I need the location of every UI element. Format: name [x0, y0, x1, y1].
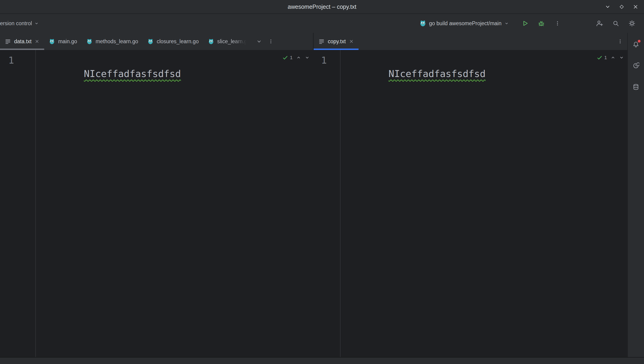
- more-actions-button[interactable]: [552, 17, 564, 29]
- ellipsis-vertical-icon: [555, 20, 560, 26]
- right-editor[interactable]: 1 NIceffadfasfsdfsd 1: [314, 50, 627, 357]
- tab-label: data.txt: [14, 38, 32, 45]
- chevron-down-icon: [34, 21, 39, 26]
- inspection-count: 1: [290, 55, 292, 60]
- diamond-icon: [619, 4, 624, 10]
- left-editor-gutter: 1: [0, 50, 36, 357]
- next-problem-button[interactable]: [305, 55, 310, 60]
- next-problem-button[interactable]: [619, 55, 624, 60]
- left-inspections-widget[interactable]: 1: [282, 54, 310, 60]
- right-editor-pane: copy.txt 1 NIceffadfasfsdfsd: [314, 33, 627, 357]
- go-file-icon: [208, 38, 214, 45]
- go-file-icon: [49, 38, 55, 45]
- tab-label: closures_learn.go: [156, 38, 199, 45]
- run-configuration-label: go build awesomeProject/main: [429, 20, 502, 26]
- settings-button[interactable]: [626, 17, 638, 29]
- search-everywhere-button[interactable]: [610, 17, 622, 29]
- code-line: NIceffadfasfsdfsd: [388, 68, 486, 79]
- right-editor-gutter: 1: [314, 50, 340, 357]
- add-user-icon: [596, 20, 603, 27]
- tab-main-go[interactable]: main.go: [44, 33, 82, 50]
- maximize-button[interactable]: [618, 3, 626, 11]
- notifications-button[interactable]: [631, 39, 641, 50]
- ai-assistant-button[interactable]: [631, 60, 641, 71]
- left-tab-bar: data.txt main.go methods_learn.go: [0, 33, 313, 50]
- right-editor-code-area[interactable]: NIceffadfasfsdfsd: [340, 50, 627, 357]
- tab-label: main.go: [58, 38, 77, 45]
- right-tool-stripe: [627, 33, 644, 357]
- show-hidden-tabs-button[interactable]: [256, 38, 262, 44]
- inspection-count: 1: [604, 55, 607, 60]
- tab-label: copy.txt: [328, 38, 346, 45]
- chevron-down-icon: [504, 21, 509, 26]
- tab-methods-learn-go[interactable]: methods_learn.go: [82, 33, 143, 50]
- tab-overflow-controls: [252, 33, 278, 50]
- right-tab-controls: [613, 33, 627, 50]
- run-play-icon: [522, 20, 528, 27]
- right-inspections-widget[interactable]: 1: [596, 54, 624, 60]
- window-controls: [604, 0, 639, 14]
- database-icon: [632, 84, 639, 90]
- debug-button[interactable]: [535, 17, 547, 29]
- close-tab-icon[interactable]: [34, 39, 40, 44]
- tab-slice-learn-go[interactable]: slice_learn.g: [203, 33, 252, 50]
- editor-split-area: data.txt main.go methods_learn.go: [0, 33, 644, 357]
- previous-problem-button[interactable]: [610, 55, 616, 60]
- main-toolbar: ersion control go build awesomeProject/m…: [0, 14, 644, 33]
- window-title: awesomeProject – copy.txt: [288, 4, 356, 10]
- tab-data-txt[interactable]: data.txt: [0, 33, 44, 50]
- ai-assistant-icon: [632, 62, 639, 69]
- tab-options-button[interactable]: [618, 39, 623, 44]
- chevron-down-icon: [605, 4, 611, 10]
- notification-badge: [638, 40, 640, 42]
- database-button[interactable]: [631, 82, 641, 92]
- tab-label: methods_learn.go: [96, 38, 138, 45]
- text-file-icon: [5, 38, 11, 45]
- tab-copy-txt[interactable]: copy.txt: [314, 33, 358, 50]
- minimize-button[interactable]: [604, 3, 612, 11]
- line-number: 1: [321, 55, 327, 66]
- text-file-icon: [318, 38, 325, 45]
- inspection-ok-check-icon: [282, 54, 288, 60]
- search-icon: [612, 20, 619, 27]
- inspection-ok-check-icon: [596, 54, 602, 60]
- right-tab-bar: copy.txt: [314, 33, 627, 50]
- tab-closures-learn-go[interactable]: closures_learn.go: [143, 33, 203, 50]
- go-file-icon: [86, 38, 92, 45]
- close-icon: [633, 4, 638, 10]
- go-gopher-icon: [420, 20, 426, 27]
- titlebar: awesomeProject – copy.txt: [0, 0, 644, 14]
- run-configuration-selector[interactable]: go build awesomeProject/main: [417, 18, 511, 29]
- close-tab-icon[interactable]: [349, 39, 354, 44]
- code-with-me-button[interactable]: [594, 17, 606, 29]
- line-number: 1: [8, 55, 14, 66]
- close-window-button[interactable]: [632, 3, 639, 11]
- version-control-widget[interactable]: ersion control: [0, 20, 42, 26]
- run-button[interactable]: [519, 17, 531, 29]
- previous-problem-button[interactable]: [296, 55, 301, 60]
- code-line: NIceffadfasfsdfsd: [84, 68, 181, 79]
- debug-bug-icon: [538, 20, 545, 27]
- go-file-icon: [147, 38, 154, 45]
- status-bar: [0, 357, 644, 364]
- tab-label: slice_learn.g: [217, 38, 247, 45]
- left-editor-code-area[interactable]: NIceffadfasfsdfsd: [36, 50, 313, 357]
- left-editor-pane: data.txt main.go methods_learn.go: [0, 33, 313, 357]
- tab-options-button[interactable]: [268, 39, 274, 44]
- left-editor[interactable]: 1 NIceffadfasfsdfsd 1: [0, 50, 313, 357]
- gear-icon: [628, 20, 636, 27]
- version-control-label: ersion control: [0, 20, 32, 26]
